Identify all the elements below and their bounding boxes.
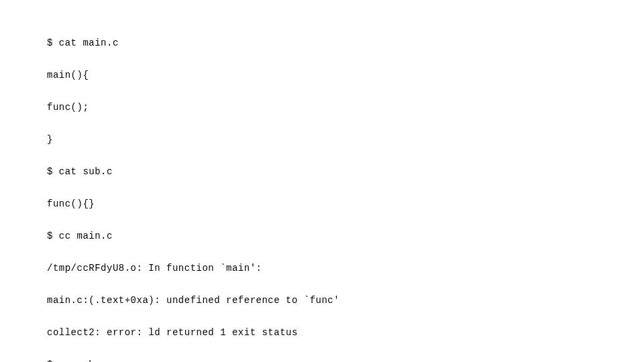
terminal-line: main(){ [47,67,644,83]
terminal-output: $ cat main.c main(){ func(); } $ cat sub… [0,0,644,362]
terminal-line: collect2: error: ld returned 1 exit stat… [47,324,644,341]
terminal-line: } [47,131,644,147]
terminal-line: func(){} [47,196,644,212]
terminal-line: $ cc main.c [47,228,644,244]
terminal-line: $ cc sub.c [47,357,644,362]
terminal-line: main.c:(.text+0xa): undefined reference … [47,292,644,308]
terminal-line: $ cat main.c [47,35,644,51]
terminal-line: func(); [47,99,644,115]
terminal-line: $ cat sub.c [47,164,644,180]
terminal-line: /tmp/ccRFdyU8.o: In function `main': [47,260,644,276]
